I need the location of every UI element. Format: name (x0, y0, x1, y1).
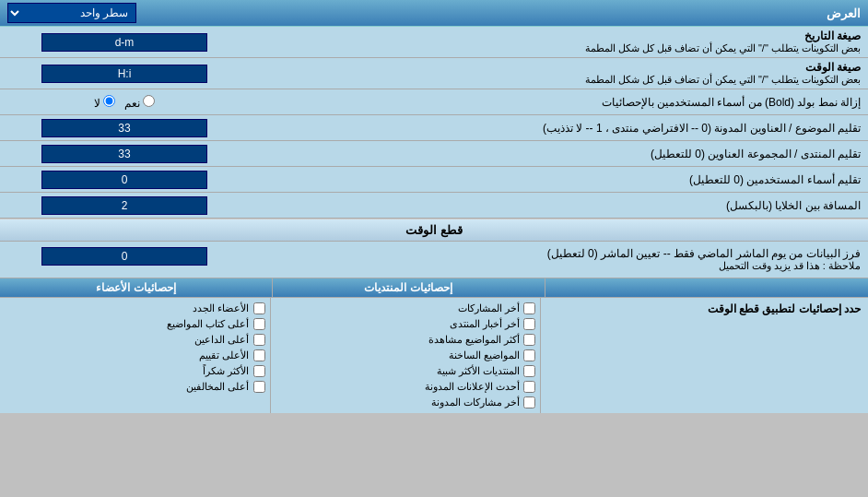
cutoff-note: ملاحظة : هذا قد يزيد وقت التحميل (256, 260, 861, 272)
stats-item-5: المنتديات الأكثر شبية (276, 363, 536, 379)
stats-item-1: أخر المشاركات (276, 301, 536, 316)
stats-label-2: أخر أخبار المنتدى (450, 318, 520, 330)
bold-radio-group: نعم لا (94, 95, 156, 110)
topic-order-input[interactable] (41, 119, 207, 137)
member-cb-6[interactable] (253, 381, 265, 393)
forum-order-label: تقليم المنتدى / المجموعة العناوين (0 للت… (249, 145, 868, 163)
stats-body: حدد إحصائيات لتطبيق قطع الوقت أخر المشار… (0, 298, 868, 413)
forum-order-input[interactable] (41, 145, 207, 163)
stats-label-4: المواضيع الساخنة (449, 349, 520, 361)
stats-label-col: حدد إحصائيات لتطبيق قطع الوقت (540, 298, 868, 413)
stats-cb-6[interactable] (523, 381, 535, 393)
forum-order-input-wrapper[interactable] (0, 142, 249, 166)
display-label: العرض (827, 6, 861, 20)
date-format-sublabel: بعض التكوينات يتطلب "/" التي يمكن أن تضا… (256, 42, 861, 54)
member-label-6: أعلى المخالفين (186, 381, 249, 393)
time-format-input-wrapper[interactable] (0, 62, 249, 86)
bold-yes-radio[interactable] (143, 95, 155, 107)
member-item-6: أعلى المخالفين (5, 379, 265, 395)
cell-spacing-input[interactable] (41, 196, 207, 215)
member-label-1: الأعضاء الجدد (193, 302, 249, 314)
cutoff-title-text: قطع الوقت (405, 223, 463, 237)
stats-item-4: المواضيع الساخنة (276, 348, 536, 363)
date-format-input-wrapper[interactable] (0, 30, 249, 54)
cutoff-row: فرز البيانات من يوم الماشر الماضي فقط --… (0, 242, 868, 278)
member-item-4: الأعلى تقييم (5, 348, 265, 363)
stats-label-7: أخر مشاركات المدونة (431, 396, 520, 408)
date-format-input[interactable] (41, 33, 207, 52)
stats-cb-1[interactable] (523, 302, 535, 314)
stats-item-6: أحدث الإعلانات المدونة (276, 379, 536, 395)
member-cb-2[interactable] (253, 318, 265, 330)
time-format-sublabel: بعض التكوينات يتطلب "/" التي يمكن أن تضا… (256, 74, 861, 86)
bold-no-text: لا (94, 97, 100, 110)
bold-no-label: لا (94, 95, 115, 110)
cutoff-main-label: فرز البيانات من يوم الماشر الماضي فقط --… (256, 247, 861, 260)
date-format-title: صيغة التاريخ (256, 30, 861, 42)
stats-members-col: الأعضاء الجدد أعلى كتاب المواضيع أعلى ال… (0, 298, 270, 413)
cutoff-input[interactable] (41, 247, 207, 266)
stats-cb-5[interactable] (523, 365, 535, 377)
bold-label: إزالة نمط بولد (Bold) من أسماء المستخدمي… (249, 93, 868, 112)
stats-item-2: أخر أخبار المنتدى (276, 316, 536, 332)
top-header: العرض سطر واحد سطران ثلاثة أسطر (0, 0, 868, 27)
stats-cb-4[interactable] (523, 349, 535, 361)
bold-radio-wrapper: نعم لا (0, 92, 249, 112)
bold-no-radio[interactable] (103, 95, 115, 107)
cell-spacing-input-wrapper[interactable] (0, 194, 249, 218)
member-item-5: الأكثر شكراً (5, 363, 265, 379)
member-label-3: أعلى الداعين (194, 334, 249, 346)
stats-cb-7[interactable] (523, 396, 535, 408)
username-trim-input[interactable] (41, 171, 207, 189)
bold-yes-label: نعم (124, 95, 155, 110)
main-container: العرض سطر واحد سطران ثلاثة أسطر صيغة الت… (0, 0, 868, 413)
time-format-row: صيغة الوقت بعض التكوينات يتطلب "/" التي … (0, 58, 868, 89)
stats-label-5: المنتديات الأكثر شبية (437, 365, 520, 377)
stats-label-6: أحدث الإعلانات المدونة (425, 381, 520, 393)
topic-order-row: تقليم الموضوع / العناوين المدونة (0 -- ا… (0, 115, 868, 141)
stats-forums-col: أخر المشاركات أخر أخبار المنتدى أكثر الم… (270, 298, 541, 413)
line-select-wrapper[interactable]: سطر واحد سطران ثلاثة أسطر (7, 3, 136, 23)
username-trim-row: تقليم أسماء المستخدمين (0 للتعطيل) (0, 167, 868, 193)
cutoff-input-wrapper[interactable] (0, 244, 249, 268)
line-select[interactable]: سطر واحد سطران ثلاثة أسطر (7, 3, 136, 23)
member-cb-3[interactable] (253, 334, 265, 346)
stats-col-header-empty (545, 278, 869, 297)
date-format-label: صيغة التاريخ بعض التكوينات يتطلب "/" الت… (249, 27, 868, 57)
stats-apply-label: حدد إحصائيات لتطبيق قطع الوقت (708, 302, 861, 315)
stats-header: إحصائيات المنتديات إحصائيات الأعضاء (0, 278, 868, 298)
member-label-4: الأعلى تقييم (199, 349, 249, 361)
time-format-input[interactable] (41, 65, 207, 83)
username-trim-input-wrapper[interactable] (0, 168, 249, 192)
member-cb-1[interactable] (253, 302, 265, 314)
forum-order-row: تقليم المنتدى / المجموعة العناوين (0 للت… (0, 141, 868, 167)
stats-cb-2[interactable] (523, 318, 535, 330)
cell-spacing-row: المسافة بين الخلايا (بالبكسل) (0, 193, 868, 219)
time-format-label: صيغة الوقت بعض التكوينات يتطلب "/" التي … (249, 58, 868, 89)
stats-label-1: أخر المشاركات (458, 302, 520, 314)
cutoff-section-title: قطع الوقت (0, 219, 868, 242)
member-item-3: أعلى الداعين (5, 332, 265, 348)
bold-yes-text: نعم (124, 97, 140, 110)
member-cb-4[interactable] (253, 349, 265, 361)
stats-cb-3[interactable] (523, 334, 535, 346)
stats-col-header-forums: إحصائيات المنتديات (272, 278, 545, 297)
member-cb-5[interactable] (253, 365, 265, 377)
date-format-row: صيغة التاريخ بعض التكوينات يتطلب "/" الت… (0, 27, 868, 58)
cutoff-label: فرز البيانات من يوم الماشر الماضي فقط --… (249, 244, 868, 275)
cell-spacing-label: المسافة بين الخلايا (بالبكسل) (249, 196, 868, 215)
stats-item-7: أخر مشاركات المدونة (276, 395, 536, 410)
username-trim-label: تقليم أسماء المستخدمين (0 للتعطيل) (249, 171, 868, 189)
topic-order-input-wrapper[interactable] (0, 116, 249, 140)
stats-col-header-members: إحصائيات الأعضاء (0, 278, 272, 297)
topic-order-label: تقليم الموضوع / العناوين المدونة (0 -- ا… (249, 119, 868, 137)
member-item-1: الأعضاء الجدد (5, 301, 265, 316)
member-label-5: الأكثر شكراً (203, 365, 249, 377)
stats-label-3: أكثر المواضيع مشاهدة (428, 334, 520, 346)
stats-section: إحصائيات المنتديات إحصائيات الأعضاء حدد … (0, 278, 868, 413)
stats-item-3: أكثر المواضيع مشاهدة (276, 332, 536, 348)
member-item-2: أعلى كتاب المواضيع (5, 316, 265, 332)
bold-row: إزالة نمط بولد (Bold) من أسماء المستخدمي… (0, 89, 868, 115)
member-label-2: أعلى كتاب المواضيع (167, 318, 249, 330)
time-format-title: صيغة الوقت (256, 61, 861, 74)
